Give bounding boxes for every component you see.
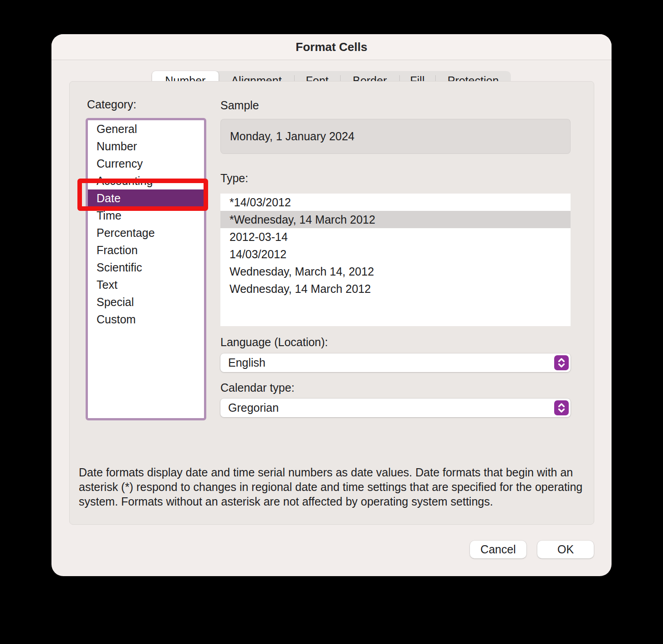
format-description-text: Date formats display date and time seria… (79, 465, 596, 509)
category-item-number[interactable]: Number (88, 138, 204, 155)
category-item-special[interactable]: Special (88, 293, 204, 311)
category-item-scientific[interactable]: Scientific (88, 259, 204, 276)
category-list: General Number Currency Accounting Date … (86, 118, 206, 420)
type-option[interactable]: Wednesday, 14 March 2012 (220, 280, 571, 297)
category-item-date[interactable]: Date (88, 189, 204, 207)
type-option[interactable]: 2012-03-14 (220, 228, 571, 245)
ok-button[interactable]: OK (537, 541, 594, 558)
category-label: Category: (87, 98, 136, 111)
category-item-general[interactable]: General (88, 120, 204, 138)
type-list: *14/03/2012 *Wednesday, 14 March 2012 20… (220, 194, 571, 326)
calendar-type-select-value: Gregorian (220, 399, 571, 417)
dialog-title: Format Cells (51, 34, 612, 60)
category-item-fraction[interactable]: Fraction (88, 241, 204, 259)
sample-value: Monday, 1 January 2024 (221, 119, 570, 153)
type-option[interactable]: Wednesday, March 14, 2012 (220, 263, 571, 280)
type-option[interactable]: 14/03/2012 (220, 245, 571, 263)
type-option[interactable]: *14/03/2012 (220, 194, 571, 211)
language-label: Language (Location): (220, 336, 328, 349)
format-cells-dialog: Format Cells Number Alignment Font Borde… (51, 34, 612, 576)
calendar-type-label: Calendar type: (220, 381, 295, 394)
cancel-button[interactable]: Cancel (470, 541, 526, 558)
sample-box: Monday, 1 January 2024 (220, 119, 571, 154)
category-item-currency[interactable]: Currency (88, 155, 204, 172)
number-tab-panel: Category: General Number Currency Accoun… (69, 81, 594, 525)
calendar-type-select[interactable]: Gregorian (220, 399, 571, 417)
category-item-accounting[interactable]: Accounting (88, 172, 204, 189)
category-item-text[interactable]: Text (88, 276, 204, 293)
type-option-selected[interactable]: *Wednesday, 14 March 2012 (220, 211, 571, 228)
language-select[interactable]: English (220, 353, 571, 372)
type-label: Type: (220, 172, 248, 185)
sample-label: Sample (220, 99, 259, 112)
category-item-custom[interactable]: Custom (88, 311, 204, 328)
title-bar: Format Cells (51, 34, 612, 60)
category-item-time[interactable]: Time (88, 207, 204, 224)
chevron-up-down-icon (554, 355, 569, 370)
language-select-value: English (220, 353, 571, 372)
category-item-percentage[interactable]: Percentage (88, 224, 204, 241)
chevron-up-down-icon (554, 400, 569, 415)
